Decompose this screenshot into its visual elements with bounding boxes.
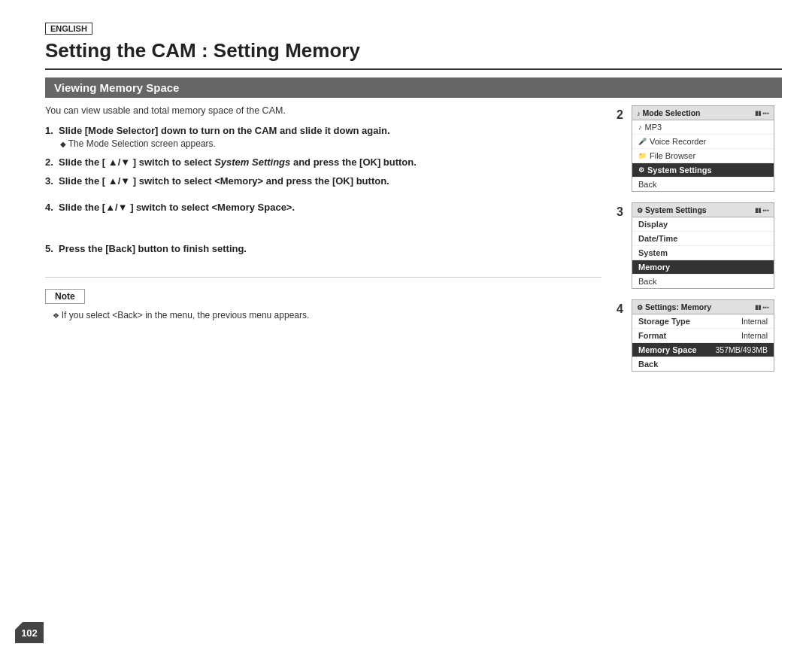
panel-2-item-memory: Memory xyxy=(632,260,774,275)
panel-1-item-mp3: ♪ MP3 xyxy=(632,120,774,135)
left-column: You can view usable and total memory spa… xyxy=(45,105,601,372)
panel-row-2: 3 ⚙System Settings ▮▮ ▪▪▪ Display xyxy=(617,202,782,289)
panel-3-titlebar: ⚙Settings: Memory ▮▮ ▪▪▪ xyxy=(632,300,774,314)
step-4-num: 4. xyxy=(45,202,53,213)
panel-2-item-datetime: Date/Time xyxy=(632,232,774,246)
step-2-text: 2. Slide the [ ▲/▼ ] switch to select Sy… xyxy=(45,156,601,168)
panel-3-memory-space: Memory Space 357MB/493MB xyxy=(632,343,774,357)
step-3-text: 3. Slide the [ ▲/▼ ] switch to select <M… xyxy=(45,175,601,187)
music-icon: ♪ xyxy=(638,123,642,131)
panel-2-items: Display Date/Time System Memory xyxy=(632,217,774,288)
step-5: 5. Press the [Back] button to finish set… xyxy=(45,243,601,254)
panel-2-status: ▮▮ ▪▪▪ xyxy=(755,207,769,214)
panel-3-storage-type: Storage Type Internal xyxy=(632,314,774,329)
panel-1-item-voice: 🎤 Voice Recorder xyxy=(632,135,774,149)
panel-container: 2 ♪Mode Selection ▮▮ ▪▪▪ ♪ MP3 xyxy=(617,105,782,372)
panel-2-item-memory-label: Memory xyxy=(638,263,670,272)
panel-1-item-voice-label: Voice Recorder xyxy=(650,137,706,146)
panel-1-titlebar: ♪Mode Selection ▮▮ ▪▪▪ xyxy=(632,106,774,120)
step-5-text: 5. Press the [Back] button to finish set… xyxy=(45,243,601,254)
page-container: ENGLISH Setting the CAM : Setting Memory… xyxy=(0,0,812,662)
panel-row-3: 4 ⚙Settings: Memory ▮▮ ▪▪▪ Storage Type … xyxy=(617,299,782,372)
step-5-label: Press the [Back] button to finish settin… xyxy=(59,243,247,254)
step-3-label: Slide the [ ▲/▼ ] switch to select <Memo… xyxy=(59,175,389,187)
step-1-sub: The Mode Selection screen appears. xyxy=(45,138,601,149)
settings-icon: ⚙ xyxy=(638,166,644,174)
panel-3-items: Storage Type Internal Format Internal Me… xyxy=(632,314,774,371)
panel-3-format: Format Internal xyxy=(632,329,774,343)
panel-3-back-label: Back xyxy=(638,360,658,369)
panel-1-item-back-label: Back xyxy=(638,180,656,189)
panel-3-icon: ⚙ xyxy=(637,304,643,311)
panel-1-title: ♪Mode Selection xyxy=(637,108,701,117)
panel-3-back: Back xyxy=(632,357,774,371)
panel-row-1: 2 ♪Mode Selection ▮▮ ▪▪▪ ♪ MP3 xyxy=(617,105,782,192)
step-2-num: 2. xyxy=(45,156,53,168)
panel-1-number: 2 xyxy=(617,108,627,122)
panel-2-titlebar: ⚙System Settings ▮▮ ▪▪▪ xyxy=(632,203,774,217)
step-1-text: 1. Slide [Mode Selector] down to turn on… xyxy=(45,125,601,136)
panel-2-item-datetime-label: Date/Time xyxy=(638,234,677,243)
note-section: Note If you select <Back> in the menu, t… xyxy=(45,277,601,320)
panel-1-item-mp3-label: MP3 xyxy=(645,123,662,132)
step-1-num: 1. xyxy=(45,125,53,136)
panel-1-items: ♪ MP3 🎤 Voice Recorder 📁 File Browser xyxy=(632,120,774,191)
panel-3-format-label: Format xyxy=(638,331,666,340)
step-4: 4. Slide the [▲/▼ ] switch to select <Me… xyxy=(45,202,601,213)
panel-1-status: ▮▮ ▪▪▪ xyxy=(755,110,769,117)
language-tag: ENGLISH xyxy=(45,23,92,35)
panel-3-status: ▮▮ ▪▪▪ xyxy=(755,304,769,311)
intro-text: You can view usable and total memory spa… xyxy=(45,105,601,116)
mic-icon: 🎤 xyxy=(638,138,647,145)
section-header: Viewing Memory Space xyxy=(45,77,782,98)
right-column: 2 ♪Mode Selection ▮▮ ▪▪▪ ♪ MP3 xyxy=(617,105,782,372)
page-title: Setting the CAM : Setting Memory xyxy=(45,39,782,70)
panel-3-storage-label: Storage Type xyxy=(638,317,690,326)
step-2: 2. Slide the [ ▲/▼ ] switch to select Sy… xyxy=(45,156,601,168)
panel-2-title: ⚙System Settings xyxy=(637,205,707,214)
step-1-label: Slide [Mode Selector] down to turn on th… xyxy=(59,125,390,136)
step-2-italic: System Settings xyxy=(214,156,290,168)
panel-2-item-system: System xyxy=(632,246,774,260)
panel-2-item-back: Back xyxy=(632,275,774,288)
step-1: 1. Slide [Mode Selector] down to turn on… xyxy=(45,125,601,149)
note-box-label: Note xyxy=(45,289,85,304)
panel-1-item-browser-label: File Browser xyxy=(650,151,695,160)
note-text: If you select <Back> in the menu, the pr… xyxy=(45,310,601,320)
panel-3-memspace-label: Memory Space xyxy=(638,345,697,354)
step-3: 3. Slide the [ ▲/▼ ] switch to select <M… xyxy=(45,175,601,187)
panel-2: ⚙System Settings ▮▮ ▪▪▪ Display Date/Tim… xyxy=(632,202,774,289)
panel-1-item-browser: 📁 File Browser xyxy=(632,149,774,163)
page-number-badge: 102 xyxy=(15,622,44,643)
panel-1: ♪Mode Selection ▮▮ ▪▪▪ ♪ MP3 🎤 Voic xyxy=(632,105,774,192)
panel-2-item-back-label: Back xyxy=(638,277,656,286)
content-layout: You can view usable and total memory spa… xyxy=(45,105,782,372)
step-2-after: and press the [OK] button. xyxy=(290,156,417,168)
panel-1-item-settings: ⚙ System Settings xyxy=(632,163,774,178)
panel-3-number: 4 xyxy=(617,302,627,316)
panel-3-format-value: Internal xyxy=(741,331,768,340)
step-5-num: 5. xyxy=(45,243,53,254)
panel-2-item-system-label: System xyxy=(638,248,668,257)
panel-1-item-back: Back xyxy=(632,178,774,191)
step-4-label: Slide the [▲/▼ ] switch to select <Memor… xyxy=(59,202,295,213)
panel-3-title: ⚙Settings: Memory xyxy=(637,302,711,311)
step-2-before: Slide the [ ▲/▼ ] switch to select xyxy=(59,156,214,168)
panel-3: ⚙Settings: Memory ▮▮ ▪▪▪ Storage Type In… xyxy=(632,299,774,372)
panel-2-item-display: Display xyxy=(632,217,774,232)
step-4-text: 4. Slide the [▲/▼ ] switch to select <Me… xyxy=(45,202,601,213)
panel-1-item-settings-label: System Settings xyxy=(647,166,712,175)
panel-3-storage-value: Internal xyxy=(741,317,768,326)
step-3-num: 3. xyxy=(45,175,53,187)
panel-1-icon: ♪ xyxy=(637,110,641,117)
panel-2-item-display-label: Display xyxy=(638,220,668,229)
panel-2-icon: ⚙ xyxy=(637,207,643,214)
panel-3-memspace-value: 357MB/493MB xyxy=(716,345,768,354)
folder-icon: 📁 xyxy=(638,152,647,159)
panel-2-number: 3 xyxy=(617,205,627,219)
